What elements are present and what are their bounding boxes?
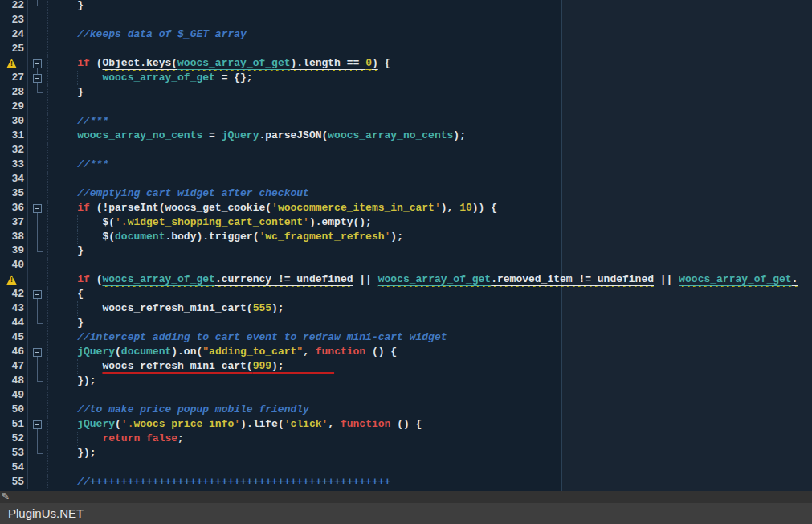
code-text[interactable]: woocs_refresh_mini_cart(999); [48, 359, 812, 374]
fold-gutter [27, 129, 48, 143]
line-number: 30 [0, 114, 27, 129]
code-text[interactable]: //intercept adding to cart event to redr… [48, 330, 812, 345]
code-text[interactable] [48, 172, 812, 186]
code-text[interactable] [48, 388, 812, 403]
line-number: 51 [0, 417, 27, 432]
status-bar: ✎ PluginUs.NET [0, 491, 812, 524]
fold-collapse-box[interactable] [33, 59, 42, 68]
code-line: 50 //to make price popup mobile friendly [0, 403, 812, 417]
fold-gutter [27, 475, 48, 489]
fold-end-tick [37, 453, 43, 454]
code-text[interactable]: //emptying cart widget after checkout [48, 186, 812, 201]
fold-collapse-box[interactable] [33, 348, 42, 357]
fold-collapse-box[interactable] [33, 74, 42, 83]
code-text[interactable]: woocs_array_of_get = {}; [48, 71, 812, 85]
warning-gutter-cell[interactable] [0, 272, 27, 287]
indent-guide [77, 432, 78, 446]
code-text[interactable] [48, 461, 812, 475]
error-underlined-statement: woocs_refresh_mini_cart(999); [102, 360, 334, 372]
code-line: 47 woocs_refresh_mini_cart(999); [0, 359, 812, 374]
code-line: 32 [0, 143, 812, 158]
fold-gutter[interactable] [27, 56, 48, 71]
code-text[interactable]: if (Object.keys(woocs_array_of_get).leng… [48, 56, 812, 71]
fold-gutter [27, 172, 48, 186]
fold-collapse-box[interactable] [33, 204, 42, 213]
code-text[interactable]: return false; [48, 432, 812, 446]
fold-gutter [27, 461, 48, 475]
fold-gutter[interactable] [27, 201, 48, 215]
indent-guide [77, 215, 78, 230]
code-text[interactable]: jQuery(document).on("adding_to_cart", fu… [48, 345, 812, 359]
code-text[interactable] [48, 143, 812, 158]
code-text[interactable]: } [48, 316, 812, 330]
line-number: 45 [0, 330, 27, 345]
indent-guide [77, 71, 78, 85]
fold-gutter[interactable] [27, 417, 48, 432]
code-text[interactable]: } [48, 0, 812, 13]
code-text[interactable]: if (woocs_array_of_get.currency != undef… [48, 272, 812, 287]
line-number: 22 [0, 0, 27, 13]
line-number: 49 [0, 388, 27, 403]
line-number: 36 [0, 201, 27, 215]
fold-gutter [27, 42, 48, 56]
line-number: 32 [0, 143, 27, 158]
fold-gutter [27, 403, 48, 417]
fold-gutter[interactable] [27, 71, 48, 85]
code-text[interactable]: woocs_refresh_mini_cart(555); [48, 301, 812, 316]
fold-gutter [27, 446, 48, 461]
code-line: 52 return false; [0, 432, 812, 446]
fold-end-tick [37, 92, 43, 93]
code-line: 28 } [0, 85, 812, 100]
line-number: 55 [0, 475, 27, 489]
warning-icon[interactable] [6, 275, 17, 285]
code-text[interactable]: //*** [48, 158, 812, 172]
line-number: 46 [0, 345, 27, 359]
fold-collapse-box[interactable] [33, 290, 42, 299]
code-text[interactable]: woocs_array_no_cents = jQuery.parseJSON(… [48, 129, 812, 143]
code-text[interactable]: //to make price popup mobile friendly [48, 403, 812, 417]
code-text[interactable]: //keeps data of $_GET array [48, 27, 812, 42]
code-text[interactable]: } [48, 244, 812, 258]
warning-gutter-cell[interactable] [0, 56, 27, 71]
fold-gutter[interactable] [27, 345, 48, 359]
code-text[interactable]: //*** [48, 114, 812, 129]
app-window: 22 }2324 //keeps data of $_GET array25 i… [0, 0, 812, 524]
warning-squiggle-span: Object.keys(woocs_array_of_get).length =… [102, 57, 377, 69]
fold-collapse-box[interactable] [33, 420, 42, 429]
indent-guide [77, 359, 78, 374]
code-line: 38 $(document.body).trigger('wc_fragment… [0, 230, 812, 244]
code-text[interactable]: $('.widget_shopping_cart_content').empty… [48, 215, 812, 230]
line-number: 34 [0, 172, 27, 186]
fold-gutter[interactable] [27, 287, 48, 301]
status-label: PluginUs.NET [8, 506, 84, 520]
code-text[interactable]: //++++++++++++++++++++++++++++++++++++++… [48, 475, 812, 489]
code-text[interactable]: }); [48, 446, 812, 461]
code-text[interactable]: }); [48, 374, 812, 388]
fold-gutter [27, 272, 48, 287]
code-text[interactable]: if (!parseInt(woocs_get_cookie('woocomme… [48, 201, 812, 215]
code-text[interactable] [48, 42, 812, 56]
code-editor[interactable]: 22 }2324 //keeps data of $_GET array25 i… [0, 0, 812, 491]
fold-gutter [27, 316, 48, 330]
code-text[interactable] [48, 100, 812, 114]
code-text[interactable]: } [48, 85, 812, 100]
fold-scope-line [37, 230, 38, 244]
code-line: 45 //intercept adding to cart event to r… [0, 330, 812, 345]
code-line: 44 } [0, 316, 812, 330]
code-line: if (Object.keys(woocs_array_of_get).leng… [0, 56, 812, 71]
code-text[interactable]: jQuery('.woocs_price_info').life('click'… [48, 417, 812, 432]
code-text[interactable]: { [48, 287, 812, 301]
code-line: 35 //emptying cart widget after checkout [0, 186, 812, 201]
code-text[interactable] [48, 258, 812, 272]
code-line: 37 $('.widget_shopping_cart_content').em… [0, 215, 812, 230]
code-text[interactable]: $(document.body).trigger('wc_fragment_re… [48, 230, 812, 244]
code-line: 29 [0, 100, 812, 114]
code-text[interactable] [48, 13, 812, 27]
warning-squiggle-span: woocs_array_of_get. [679, 273, 798, 285]
code-line: 46 jQuery(document).on("adding_to_cart",… [0, 345, 812, 359]
fold-gutter [27, 158, 48, 172]
warning-icon[interactable] [6, 59, 17, 68]
fold-scope-line [37, 359, 38, 374]
fold-scope-line [37, 0, 38, 6]
line-number: 29 [0, 100, 27, 114]
